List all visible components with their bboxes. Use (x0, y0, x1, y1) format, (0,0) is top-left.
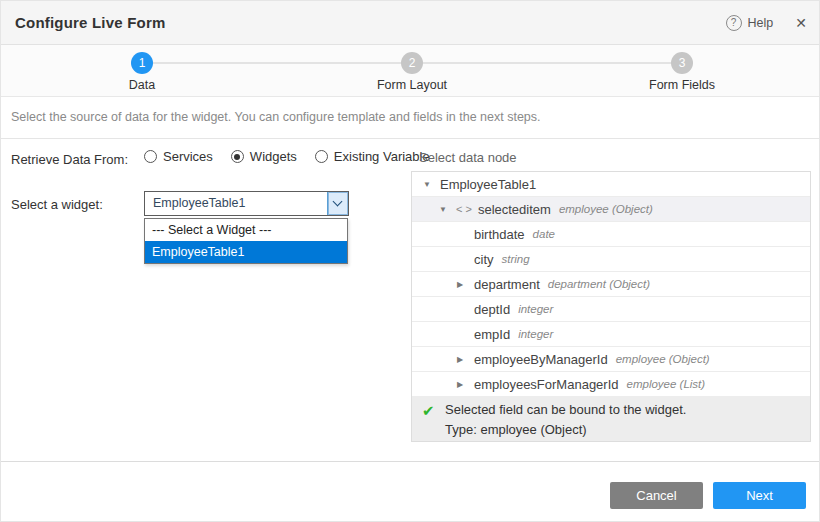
step-2-label: Form Layout (352, 78, 472, 92)
dropdown-arrow-button[interactable] (327, 192, 348, 215)
step-3-label: Form Fields (622, 78, 742, 92)
step-3-circle[interactable]: 3 (671, 52, 693, 74)
help-label: Help (748, 16, 774, 30)
tree-node-employeebymanagerid[interactable]: ▶ employeeByManagerId employee (Object) (412, 347, 810, 372)
dropdown-option-employeetable1[interactable]: EmployeeTable1 (145, 241, 347, 263)
step-2-circle[interactable]: 2 (401, 52, 423, 74)
radio-circle-icon (315, 150, 328, 163)
expand-icon[interactable]: ▼ (439, 205, 456, 214)
instruction-text: Select the source of data for the widget… (11, 110, 541, 124)
next-button[interactable]: Next (713, 482, 806, 509)
radio-widgets[interactable]: Widgets (231, 149, 297, 164)
wizard-stepper: 1 2 3 Data Form Layout Form Fields (1, 45, 820, 97)
footer-divider (1, 461, 820, 462)
radio-circle-icon (231, 150, 244, 163)
page-title: Configure Live Form (15, 1, 165, 45)
tree-node-city[interactable]: city string (412, 247, 810, 272)
retrieve-data-label: Retrieve Data From: (11, 152, 128, 167)
radio-existing-variable[interactable]: Existing Variable (315, 149, 430, 164)
help-button[interactable]: ? Help (726, 15, 774, 31)
data-node-panel-title: Select data node (419, 150, 517, 165)
radio-label: Existing Variable (334, 149, 430, 164)
collapse-icon[interactable]: ▶ (457, 380, 474, 389)
dialog-header: Configure Live Form ? Help ✕ (1, 1, 820, 45)
check-icon: ✔ (422, 402, 435, 420)
dropdown-option-placeholder[interactable]: --- Select a Widget --- (145, 219, 347, 241)
instruction-bar: Select the source of data for the widget… (1, 97, 820, 139)
radio-label: Services (163, 149, 213, 164)
cancel-button[interactable]: Cancel (610, 482, 703, 509)
widget-dropdown-list: --- Select a Widget --- EmployeeTable1 (144, 218, 348, 264)
close-icon[interactable]: ✕ (795, 15, 807, 31)
tree-node-employeesformanagerid[interactable]: ▶ employeesForManagerId employee (List) (412, 372, 810, 397)
step-1-label: Data (82, 78, 202, 92)
tree-node-empid[interactable]: empId integer (412, 322, 810, 347)
tree-node-department[interactable]: ▶ department department (Object) (412, 272, 810, 297)
tree-node-employeetable1[interactable]: ▼ EmployeeTable1 (412, 172, 810, 197)
collapse-icon[interactable]: ▶ (457, 280, 474, 289)
radio-services[interactable]: Services (144, 149, 213, 164)
binding-status-message: ✔ Selected field can be bound to the wid… (412, 396, 810, 441)
data-source-radio-group: Services Widgets Existing Variable (144, 149, 430, 164)
help-icon: ? (726, 15, 742, 31)
collapse-icon[interactable]: ▶ (457, 355, 474, 364)
code-icon: < > (456, 203, 472, 215)
step-1-circle[interactable]: 1 (131, 52, 153, 74)
configure-live-form-dialog: Configure Live Form ? Help ✕ 1 2 3 Data … (0, 0, 820, 522)
data-node-tree: ▼ EmployeeTable1 ▼ < > selecteditem empl… (411, 171, 811, 442)
tree-node-selecteditem[interactable]: ▼ < > selecteditem employee (Object) (412, 197, 810, 222)
widget-select[interactable]: EmployeeTable1 (144, 191, 349, 216)
radio-circle-icon (144, 150, 157, 163)
radio-label: Widgets (250, 149, 297, 164)
tree-node-birthdate[interactable]: birthdate date (412, 222, 810, 247)
status-type-info: Type: employee (Object) (445, 422, 587, 437)
expand-icon[interactable]: ▼ (423, 180, 440, 189)
select-widget-label: Select a widget: (11, 197, 103, 212)
chevron-down-icon (333, 197, 343, 207)
tree-node-deptid[interactable]: deptId integer (412, 297, 810, 322)
status-message: Selected field can be bound to the widge… (445, 402, 686, 417)
widget-select-value: EmployeeTable1 (153, 192, 245, 215)
